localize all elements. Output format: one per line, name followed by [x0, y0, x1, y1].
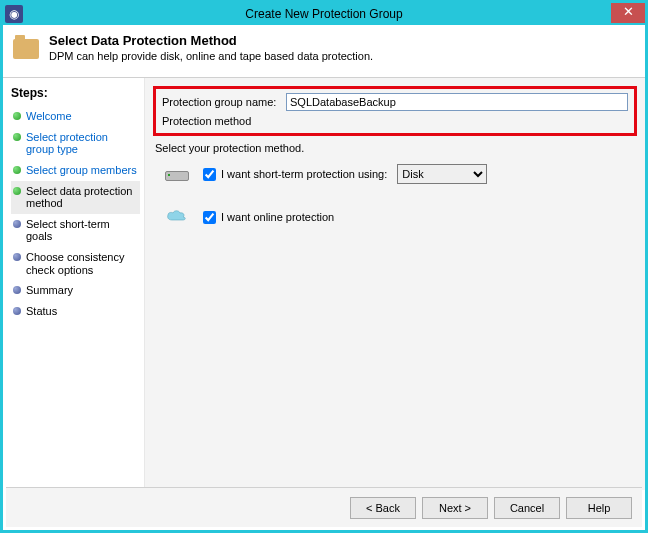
- step-bullet-icon: [13, 187, 21, 195]
- online-checkbox-label[interactable]: I want online protection: [203, 211, 334, 224]
- page-title: Select Data Protection Method: [49, 33, 373, 48]
- step-consistency-check: Choose consistency check options: [11, 247, 140, 280]
- step-bullet-icon: [13, 286, 21, 294]
- step-group-members[interactable]: Select group members: [11, 160, 140, 181]
- step-label: Select short-term goals: [26, 218, 138, 243]
- short-term-checkbox-label[interactable]: I want short-term protection using:: [203, 168, 387, 181]
- step-status: Status: [11, 301, 140, 322]
- main-panel: Protection group name: Protection method…: [145, 78, 645, 490]
- step-bullet-icon: [13, 307, 21, 315]
- step-bullet-icon: [13, 133, 21, 141]
- step-label: Welcome: [26, 110, 72, 123]
- step-label: Select group members: [26, 164, 137, 177]
- step-label: Summary: [26, 284, 73, 297]
- step-data-protection-method[interactable]: Select data protection method: [11, 181, 140, 214]
- step-label: Select protection group type: [26, 131, 138, 156]
- short-term-checkbox[interactable]: [203, 168, 216, 181]
- group-name-label: Protection group name:: [162, 96, 280, 108]
- help-button[interactable]: Help: [566, 497, 632, 519]
- instruction-text: Select your protection method.: [155, 142, 635, 154]
- folder-icon: [13, 33, 41, 59]
- step-summary: Summary: [11, 280, 140, 301]
- next-button[interactable]: Next >: [422, 497, 488, 519]
- step-label: Select data protection method: [26, 185, 138, 210]
- back-button[interactable]: < Back: [350, 497, 416, 519]
- app-icon: ◉: [5, 5, 23, 23]
- wizard-footer: < Back Next > Cancel Help: [6, 487, 642, 527]
- close-button[interactable]: ✕: [611, 3, 645, 23]
- step-welcome[interactable]: Welcome: [11, 106, 140, 127]
- short-term-select[interactable]: Disk: [397, 164, 487, 184]
- step-bullet-icon: [13, 220, 21, 228]
- protection-method-label: Protection method: [162, 115, 628, 127]
- steps-sidebar: Steps: Welcome Select protection group t…: [3, 78, 145, 490]
- disk-icon: [165, 165, 193, 183]
- wizard-header: Select Data Protection Method DPM can he…: [3, 25, 645, 77]
- page-subtitle: DPM can help provide disk, online and ta…: [49, 50, 373, 62]
- online-option-row: I want online protection: [165, 208, 637, 226]
- step-bullet-icon: [13, 253, 21, 261]
- step-label: Status: [26, 305, 57, 318]
- short-term-option-row: I want short-term protection using: Disk: [165, 164, 637, 184]
- group-name-input[interactable]: [286, 93, 628, 111]
- step-label: Choose consistency check options: [26, 251, 138, 276]
- online-checkbox[interactable]: [203, 211, 216, 224]
- short-term-text: I want short-term protection using:: [221, 168, 387, 180]
- cancel-button[interactable]: Cancel: [494, 497, 560, 519]
- step-bullet-icon: [13, 112, 21, 120]
- steps-heading: Steps:: [11, 86, 140, 100]
- highlighted-region: Protection group name: Protection method: [153, 86, 637, 136]
- online-text: I want online protection: [221, 211, 334, 223]
- step-protection-group-type[interactable]: Select protection group type: [11, 127, 140, 160]
- step-bullet-icon: [13, 166, 21, 174]
- window-title: Create New Protection Group: [245, 7, 402, 21]
- cloud-icon: [165, 208, 193, 226]
- title-bar: ◉ Create New Protection Group ✕: [3, 3, 645, 25]
- step-short-term-goals: Select short-term goals: [11, 214, 140, 247]
